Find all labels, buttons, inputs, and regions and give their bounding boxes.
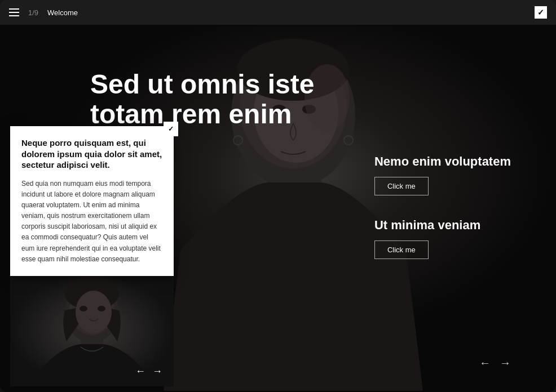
prev-arrow-bottom[interactable]: ← bbox=[135, 366, 145, 377]
browser-frame: 1/9 Welcome bbox=[0, 0, 556, 392]
checkbox-icon[interactable] bbox=[535, 6, 547, 19]
section-nemo: Nemo enim voluptatem Click me bbox=[374, 154, 511, 195]
section-ut-minima: Ut minima veniam Click me bbox=[374, 218, 511, 259]
right-content: Nemo enim voluptatem Click me Ut minima … bbox=[374, 154, 511, 282]
section-nemo-title: Nemo enim voluptatem bbox=[374, 154, 511, 169]
next-arrow-bottom[interactable]: → bbox=[152, 366, 162, 377]
svg-point-17 bbox=[76, 291, 112, 333]
bottom-left-card: ← → bbox=[10, 274, 174, 386]
next-arrow-right[interactable]: → bbox=[500, 357, 511, 369]
top-bar-right bbox=[535, 6, 547, 19]
slide-title: Welcome bbox=[47, 8, 78, 17]
slide-counter: 1/9 bbox=[28, 8, 38, 17]
bottom-left-nav: ← → bbox=[135, 366, 162, 377]
left-card-body: Sed quia non numquam eius modi tempora i… bbox=[21, 179, 162, 265]
svg-point-18 bbox=[80, 306, 87, 311]
svg-point-19 bbox=[98, 306, 105, 311]
section-ut-minima-title: Ut minima veniam bbox=[374, 218, 511, 233]
card-badge-icon bbox=[164, 122, 178, 136]
left-card: Neque porro quisquam est, qui dolorem ip… bbox=[10, 126, 174, 276]
click-me-button-1[interactable]: Click me bbox=[374, 177, 429, 195]
nav-arrows-right: ← → bbox=[479, 357, 511, 369]
hamburger-icon[interactable] bbox=[9, 8, 19, 16]
main-content: Sed ut omnis iste totam rem enim tem Nem… bbox=[0, 25, 556, 392]
left-card-title: Neque porro quisquam est, qui dolorem ip… bbox=[21, 137, 162, 171]
click-me-button-2[interactable]: Click me bbox=[374, 240, 429, 259]
top-bar: 1/9 Welcome bbox=[0, 0, 556, 25]
prev-arrow-right[interactable]: ← bbox=[479, 357, 491, 369]
